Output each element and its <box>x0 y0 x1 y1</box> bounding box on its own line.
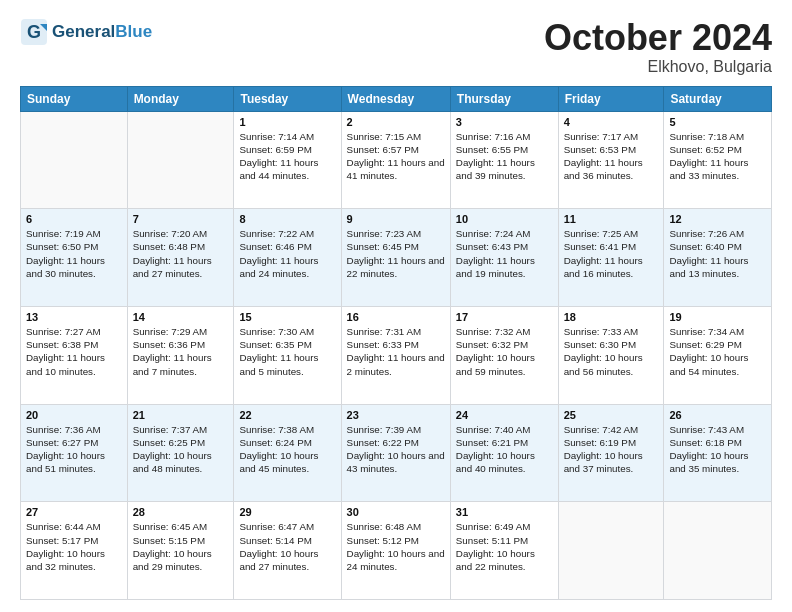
calendar-cell: 16Sunrise: 7:31 AM Sunset: 6:33 PM Dayli… <box>341 306 450 404</box>
day-number: 7 <box>133 213 229 225</box>
day-of-week-header: Saturday <box>664 86 772 111</box>
calendar-cell: 7Sunrise: 7:20 AM Sunset: 6:48 PM Daylig… <box>127 209 234 307</box>
calendar-cell: 2Sunrise: 7:15 AM Sunset: 6:57 PM Daylig… <box>341 111 450 209</box>
calendar-cell: 25Sunrise: 7:42 AM Sunset: 6:19 PM Dayli… <box>558 404 664 502</box>
day-info: Sunrise: 6:45 AM Sunset: 5:15 PM Dayligh… <box>133 520 229 573</box>
calendar-cell: 1Sunrise: 7:14 AM Sunset: 6:59 PM Daylig… <box>234 111 341 209</box>
day-number: 10 <box>456 213 553 225</box>
calendar-cell: 6Sunrise: 7:19 AM Sunset: 6:50 PM Daylig… <box>21 209 128 307</box>
day-info: Sunrise: 7:43 AM Sunset: 6:18 PM Dayligh… <box>669 423 766 476</box>
day-number: 26 <box>669 409 766 421</box>
calendar-cell: 22Sunrise: 7:38 AM Sunset: 6:24 PM Dayli… <box>234 404 341 502</box>
day-number: 29 <box>239 506 335 518</box>
day-of-week-header: Sunday <box>21 86 128 111</box>
day-info: Sunrise: 7:14 AM Sunset: 6:59 PM Dayligh… <box>239 130 335 183</box>
calendar-cell: 17Sunrise: 7:32 AM Sunset: 6:32 PM Dayli… <box>450 306 558 404</box>
day-info: Sunrise: 7:39 AM Sunset: 6:22 PM Dayligh… <box>347 423 445 476</box>
day-info: Sunrise: 6:49 AM Sunset: 5:11 PM Dayligh… <box>456 520 553 573</box>
day-info: Sunrise: 7:34 AM Sunset: 6:29 PM Dayligh… <box>669 325 766 378</box>
svg-text:G: G <box>27 22 41 42</box>
calendar-cell: 30Sunrise: 6:48 AM Sunset: 5:12 PM Dayli… <box>341 502 450 600</box>
day-info: Sunrise: 7:29 AM Sunset: 6:36 PM Dayligh… <box>133 325 229 378</box>
day-info: Sunrise: 7:40 AM Sunset: 6:21 PM Dayligh… <box>456 423 553 476</box>
day-info: Sunrise: 7:31 AM Sunset: 6:33 PM Dayligh… <box>347 325 445 378</box>
title-block: October 2024 Elkhovo, Bulgaria <box>544 18 772 76</box>
day-number: 17 <box>456 311 553 323</box>
calendar-cell: 3Sunrise: 7:16 AM Sunset: 6:55 PM Daylig… <box>450 111 558 209</box>
day-number: 8 <box>239 213 335 225</box>
calendar-cell: 18Sunrise: 7:33 AM Sunset: 6:30 PM Dayli… <box>558 306 664 404</box>
day-number: 28 <box>133 506 229 518</box>
calendar-cell: 5Sunrise: 7:18 AM Sunset: 6:52 PM Daylig… <box>664 111 772 209</box>
logo-blue: Blue <box>115 22 152 41</box>
calendar-cell: 4Sunrise: 7:17 AM Sunset: 6:53 PM Daylig… <box>558 111 664 209</box>
logo-general: General <box>52 22 115 41</box>
day-info: Sunrise: 7:25 AM Sunset: 6:41 PM Dayligh… <box>564 227 659 280</box>
calendar-cell: 14Sunrise: 7:29 AM Sunset: 6:36 PM Dayli… <box>127 306 234 404</box>
calendar-cell <box>21 111 128 209</box>
day-info: Sunrise: 7:27 AM Sunset: 6:38 PM Dayligh… <box>26 325 122 378</box>
day-number: 2 <box>347 116 445 128</box>
calendar-cell: 9Sunrise: 7:23 AM Sunset: 6:45 PM Daylig… <box>341 209 450 307</box>
day-of-week-header: Monday <box>127 86 234 111</box>
day-info: Sunrise: 6:47 AM Sunset: 5:14 PM Dayligh… <box>239 520 335 573</box>
day-info: Sunrise: 7:30 AM Sunset: 6:35 PM Dayligh… <box>239 325 335 378</box>
day-number: 25 <box>564 409 659 421</box>
day-number: 9 <box>347 213 445 225</box>
day-info: Sunrise: 7:38 AM Sunset: 6:24 PM Dayligh… <box>239 423 335 476</box>
calendar-cell: 20Sunrise: 7:36 AM Sunset: 6:27 PM Dayli… <box>21 404 128 502</box>
calendar-cell: 13Sunrise: 7:27 AM Sunset: 6:38 PM Dayli… <box>21 306 128 404</box>
day-info: Sunrise: 7:33 AM Sunset: 6:30 PM Dayligh… <box>564 325 659 378</box>
calendar-cell <box>558 502 664 600</box>
day-info: Sunrise: 7:24 AM Sunset: 6:43 PM Dayligh… <box>456 227 553 280</box>
day-number: 13 <box>26 311 122 323</box>
day-number: 31 <box>456 506 553 518</box>
day-info: Sunrise: 7:17 AM Sunset: 6:53 PM Dayligh… <box>564 130 659 183</box>
calendar-cell: 28Sunrise: 6:45 AM Sunset: 5:15 PM Dayli… <box>127 502 234 600</box>
calendar-table: SundayMondayTuesdayWednesdayThursdayFrid… <box>20 86 772 600</box>
day-info: Sunrise: 7:37 AM Sunset: 6:25 PM Dayligh… <box>133 423 229 476</box>
calendar-cell: 15Sunrise: 7:30 AM Sunset: 6:35 PM Dayli… <box>234 306 341 404</box>
calendar-cell: 11Sunrise: 7:25 AM Sunset: 6:41 PM Dayli… <box>558 209 664 307</box>
day-number: 1 <box>239 116 335 128</box>
day-info: Sunrise: 7:42 AM Sunset: 6:19 PM Dayligh… <box>564 423 659 476</box>
calendar-cell: 12Sunrise: 7:26 AM Sunset: 6:40 PM Dayli… <box>664 209 772 307</box>
day-number: 11 <box>564 213 659 225</box>
header: G GeneralBlue October 2024 Elkhovo, Bulg… <box>20 18 772 76</box>
calendar-cell: 31Sunrise: 6:49 AM Sunset: 5:11 PM Dayli… <box>450 502 558 600</box>
day-number: 3 <box>456 116 553 128</box>
calendar-cell: 21Sunrise: 7:37 AM Sunset: 6:25 PM Dayli… <box>127 404 234 502</box>
day-number: 30 <box>347 506 445 518</box>
day-info: Sunrise: 7:22 AM Sunset: 6:46 PM Dayligh… <box>239 227 335 280</box>
calendar-cell: 29Sunrise: 6:47 AM Sunset: 5:14 PM Dayli… <box>234 502 341 600</box>
day-of-week-header: Tuesday <box>234 86 341 111</box>
day-number: 23 <box>347 409 445 421</box>
logo: G GeneralBlue <box>20 18 152 46</box>
calendar-cell: 24Sunrise: 7:40 AM Sunset: 6:21 PM Dayli… <box>450 404 558 502</box>
day-of-week-header: Thursday <box>450 86 558 111</box>
location: Elkhovo, Bulgaria <box>544 58 772 76</box>
calendar-cell <box>127 111 234 209</box>
day-number: 19 <box>669 311 766 323</box>
day-number: 16 <box>347 311 445 323</box>
day-info: Sunrise: 7:36 AM Sunset: 6:27 PM Dayligh… <box>26 423 122 476</box>
day-info: Sunrise: 7:23 AM Sunset: 6:45 PM Dayligh… <box>347 227 445 280</box>
day-number: 12 <box>669 213 766 225</box>
day-number: 14 <box>133 311 229 323</box>
calendar-cell: 26Sunrise: 7:43 AM Sunset: 6:18 PM Dayli… <box>664 404 772 502</box>
day-of-week-header: Friday <box>558 86 664 111</box>
logo-icon: G <box>20 18 48 46</box>
day-number: 5 <box>669 116 766 128</box>
day-info: Sunrise: 6:48 AM Sunset: 5:12 PM Dayligh… <box>347 520 445 573</box>
day-number: 21 <box>133 409 229 421</box>
day-number: 20 <box>26 409 122 421</box>
calendar-cell: 27Sunrise: 6:44 AM Sunset: 5:17 PM Dayli… <box>21 502 128 600</box>
day-info: Sunrise: 7:15 AM Sunset: 6:57 PM Dayligh… <box>347 130 445 183</box>
calendar-cell: 10Sunrise: 7:24 AM Sunset: 6:43 PM Dayli… <box>450 209 558 307</box>
page: G GeneralBlue October 2024 Elkhovo, Bulg… <box>0 0 792 612</box>
day-number: 15 <box>239 311 335 323</box>
day-info: Sunrise: 7:18 AM Sunset: 6:52 PM Dayligh… <box>669 130 766 183</box>
day-info: Sunrise: 7:26 AM Sunset: 6:40 PM Dayligh… <box>669 227 766 280</box>
calendar-cell <box>664 502 772 600</box>
day-info: Sunrise: 7:32 AM Sunset: 6:32 PM Dayligh… <box>456 325 553 378</box>
